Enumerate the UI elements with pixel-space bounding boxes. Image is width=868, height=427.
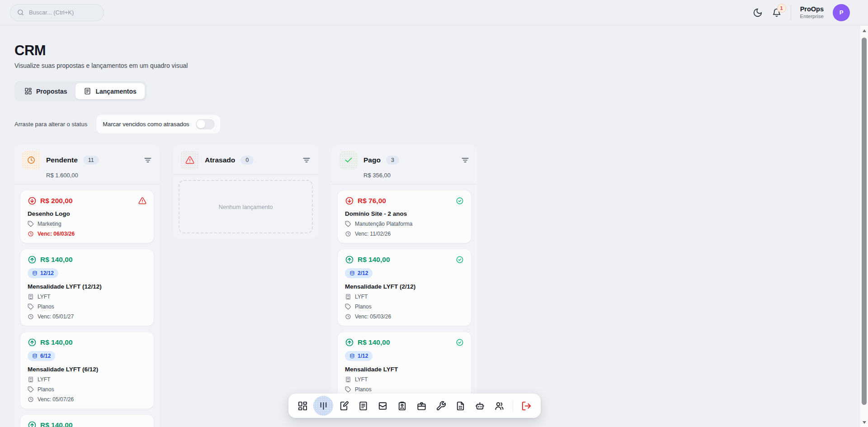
- search-input[interactable]: Buscar... (Ctrl+K): [10, 4, 104, 21]
- column-count-badge: 3: [386, 156, 399, 165]
- dock-logout-button[interactable]: [518, 397, 535, 415]
- card-company: LYFT: [345, 294, 464, 300]
- circle-arrow-up-icon: [345, 338, 354, 347]
- card-company: LYFT: [345, 376, 464, 383]
- kanban-icon: [318, 401, 329, 411]
- tab-lancamentos[interactable]: Lançamentos: [75, 83, 145, 100]
- card-category: Planos: [345, 304, 464, 310]
- file-text-icon: [455, 401, 466, 411]
- header-divider: [791, 5, 791, 20]
- kanban-card[interactable]: R$ 140,00 3/12: [20, 414, 154, 427]
- column-icon-tile: [22, 151, 41, 170]
- card-title: Mensalidade LYFT (2/12): [345, 283, 464, 290]
- column-filter-button[interactable]: [143, 156, 152, 165]
- tag-icon: [28, 221, 34, 227]
- clock-icon: [28, 313, 34, 320]
- column-icon-tile: [339, 151, 358, 170]
- card-amount: R$ 140,00: [40, 338, 73, 346]
- installment-badge: 1/12: [345, 351, 373, 361]
- clock-icon: [345, 231, 351, 237]
- column-name: Atrasado: [205, 156, 235, 164]
- circle-arrow-up-icon: [28, 421, 37, 427]
- card-amount: R$ 140,00: [40, 421, 73, 427]
- file-pen-icon: [339, 401, 349, 411]
- column-header: Pago 3 R$ 356,00: [332, 144, 477, 185]
- notifications-button[interactable]: 1: [772, 8, 782, 18]
- app-dock: [288, 394, 541, 418]
- installment-badge: 12/12: [28, 268, 58, 278]
- tag-icon: [345, 386, 351, 393]
- org-plan: Enterprise: [800, 13, 824, 19]
- database-icon: [349, 270, 355, 276]
- kanban-card[interactable]: R$ 140,00 2/12 Mensalidade LYFT (2/12) L…: [337, 249, 472, 326]
- card-amount: R$ 200,00: [40, 197, 73, 205]
- card-due-date: Venc: 05/01/27: [28, 313, 146, 320]
- card-category: Planos: [345, 386, 464, 393]
- card-due-date: Venc: 06/03/26: [28, 231, 146, 237]
- org-info: ProOps Enterprise: [800, 5, 824, 20]
- tag-icon: [28, 304, 34, 310]
- card-title: Mensalidade LYFT: [345, 366, 464, 373]
- tab-lancamentos-label: Lançamentos: [95, 88, 136, 95]
- vertical-scrollbar: [860, 26, 868, 427]
- kanban-card[interactable]: R$ 200,00 Desenho Logo Marketing Venc: 0…: [20, 190, 154, 243]
- scrollbar-thumb[interactable]: [862, 38, 867, 405]
- avatar-initial: P: [840, 9, 844, 16]
- clock-icon: [345, 313, 351, 320]
- overdue-toggle-switch[interactable]: [196, 119, 215, 129]
- dock-contacts-button[interactable]: [393, 397, 411, 415]
- page-title: CRM: [14, 43, 868, 59]
- column-header: Pendente 11 R$ 1.600,00: [14, 144, 160, 185]
- dock-kanban-button[interactable]: [313, 396, 333, 416]
- board-controls: Arraste para alterar o status Marcar ven…: [14, 115, 868, 133]
- column-pendente: Pendente 11 R$ 1.600,00 R$ 200,00: [14, 144, 160, 427]
- scroll-up-arrow-icon[interactable]: [860, 27, 868, 34]
- card-category: Planos: [28, 386, 146, 393]
- column-header: Atrasado 0: [173, 144, 318, 175]
- tab-propostas[interactable]: Propostas: [16, 83, 75, 100]
- dock-dashboard-button[interactable]: [294, 397, 311, 415]
- installment-badge: 2/12: [345, 268, 373, 278]
- empty-text: Nenhum lançamento: [219, 204, 273, 210]
- search-icon: [17, 9, 24, 16]
- overdue-toggle-pill: Marcar vencidos como atrasados: [96, 115, 220, 133]
- dock-toolbox-button[interactable]: [413, 397, 430, 415]
- circle-arrow-up-icon: [345, 255, 354, 264]
- dock-contracts-button[interactable]: [335, 397, 353, 415]
- column-name: Pago: [363, 156, 381, 164]
- notification-badge: 1: [777, 4, 786, 13]
- circle-check-icon: [456, 338, 464, 346]
- tab-propostas-label: Propostas: [36, 88, 67, 95]
- dock-bot-button[interactable]: [471, 397, 489, 415]
- card-amount: R$ 140,00: [358, 338, 390, 346]
- circle-arrow-down-icon: [345, 196, 354, 205]
- dock-inbox-button[interactable]: [374, 397, 392, 415]
- dock-services-button[interactable]: [432, 397, 450, 415]
- avatar[interactable]: P: [833, 4, 850, 21]
- tag-icon: [345, 221, 351, 227]
- theme-toggle-button[interactable]: [753, 8, 763, 18]
- database-icon: [32, 353, 38, 359]
- building-icon: [28, 376, 34, 383]
- circle-arrow-up-icon: [28, 338, 37, 347]
- kanban-card[interactable]: R$ 76,00 Domínio Site - 2 anos Manutençã…: [337, 190, 472, 243]
- dock-receipts-button[interactable]: [354, 397, 372, 415]
- kanban-card[interactable]: R$ 140,00 6/12 Mensalidade LYFT (6/12) L…: [20, 332, 154, 409]
- building-icon: [345, 294, 351, 300]
- clock-icon: [27, 156, 36, 165]
- card-category: Planos: [28, 304, 146, 310]
- dock-team-button[interactable]: [491, 397, 508, 415]
- scroll-down-arrow-icon[interactable]: [860, 418, 868, 426]
- list-filter-icon: [461, 156, 470, 165]
- column-filter-button[interactable]: [302, 156, 311, 165]
- column-filter-button[interactable]: [461, 156, 470, 165]
- kanban-card[interactable]: R$ 140,00 12/12 Mensalidade LYFT (12/12)…: [20, 249, 154, 326]
- bot-icon: [475, 401, 485, 411]
- list-filter-icon: [302, 156, 311, 165]
- dock-invoices-button[interactable]: [452, 397, 469, 415]
- alert-triangle-icon: [138, 197, 146, 205]
- card-amount: R$ 140,00: [358, 256, 390, 264]
- kanban-board: Pendente 11 R$ 1.600,00 R$ 200,00: [14, 144, 868, 427]
- clock-icon: [28, 231, 34, 237]
- users-icon: [494, 401, 505, 411]
